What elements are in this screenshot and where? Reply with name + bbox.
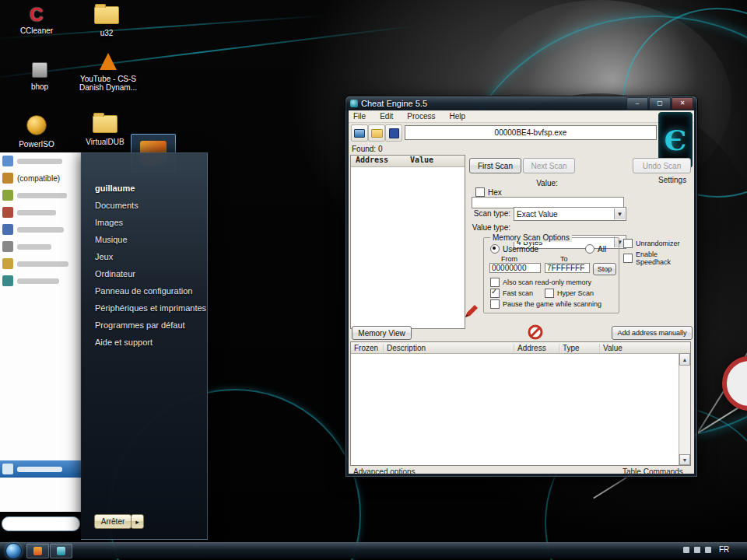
program-icon: [2, 224, 13, 235]
desktop-icon-ccleaner[interactable]: C CCleaner: [8, 5, 65, 35]
usermode-radio[interactable]: [490, 244, 500, 254]
hyper-scan-checkbox[interactable]: [545, 289, 554, 298]
pause-game-checkbox[interactable]: [490, 299, 500, 309]
to-address-input[interactable]: [545, 263, 590, 273]
tray-icon[interactable]: [683, 547, 689, 553]
fast-scan-checkbox-row[interactable]: Fast scan: [490, 289, 533, 298]
unrandomizer-checkbox-row[interactable]: Unrandomizer: [623, 239, 680, 248]
edit-pencil-icon[interactable]: [464, 305, 478, 319]
start-menu-item-programmes[interactable]: Programmes par défaut: [81, 317, 207, 334]
start-menu-item-panneau[interactable]: Panneau de configuration: [81, 282, 207, 299]
desktop-icon-bhop[interactable]: bhop: [11, 62, 68, 91]
all-radio[interactable]: [585, 244, 594, 254]
program-list-item[interactable]: (compatible): [0, 170, 81, 187]
scroll-up-arrow[interactable]: ▲: [679, 353, 690, 366]
desktop-icon-virtualdub[interactable]: VirtualDUB: [76, 115, 134, 146]
shutdown-options-arrow[interactable]: [131, 514, 144, 529]
address-column-header[interactable]: Address: [351, 156, 410, 166]
desktop-icon-u32[interactable]: u32: [78, 6, 135, 37]
menu-file[interactable]: File: [353, 112, 366, 121]
memory-view-button[interactable]: Memory View: [352, 326, 412, 340]
tray-icon[interactable]: [694, 547, 700, 553]
type-column-header[interactable]: Type: [559, 344, 600, 352]
start-menu-item-ordinateur[interactable]: Ordinateur: [81, 265, 207, 282]
fast-scan-checkbox[interactable]: [490, 289, 500, 298]
scan-type-dropdown[interactable]: Exact Value: [514, 207, 626, 221]
program-icon: [2, 241, 13, 252]
speedhack-checkbox-row[interactable]: Enable Speedhack: [623, 250, 694, 266]
frozen-column-header[interactable]: Frozen: [351, 344, 384, 352]
title-bar[interactable]: Cheat Engine 5.5 – ▢ ✕: [345, 96, 697, 110]
menu-process[interactable]: Process: [407, 112, 435, 121]
add-address-label: Add address manually: [617, 329, 686, 337]
program-label: (compatible): [17, 174, 60, 183]
start-menu-item-user[interactable]: guillaume: [81, 180, 207, 197]
settings-link[interactable]: Settings: [658, 176, 686, 184]
program-list-item-selected[interactable]: [0, 460, 83, 478]
readonly-checkbox-row[interactable]: Also scan read-only memory: [490, 278, 591, 287]
add-address-manually-button[interactable]: Add address manually: [612, 326, 693, 340]
open-table-button[interactable]: [368, 124, 385, 142]
table-commands-link[interactable]: Table Commands: [622, 467, 683, 476]
menu-edit[interactable]: Edit: [380, 112, 393, 121]
taskbar-app-button[interactable]: [26, 544, 49, 558]
all-radio-row[interactable]: All: [585, 244, 606, 254]
program-icon: [2, 190, 13, 201]
program-list-item[interactable]: [0, 187, 81, 204]
start-menu-item-musique[interactable]: Musique: [81, 231, 207, 248]
from-address-input[interactable]: [489, 263, 541, 273]
program-list-item[interactable]: [0, 204, 81, 221]
menu-help[interactable]: Help: [449, 112, 465, 121]
program-list-item[interactable]: [0, 255, 81, 272]
start-menu-item-images[interactable]: Images: [81, 214, 207, 231]
open-folder-icon: [371, 129, 383, 138]
from-label: From: [501, 255, 517, 263]
desktop-icon-poweriso[interactable]: PowerISO: [8, 115, 65, 149]
start-button[interactable]: [5, 543, 22, 559]
start-menu-item-jeux[interactable]: Jeux: [81, 248, 207, 265]
table-scrollbar[interactable]: ▲ ▼: [679, 353, 690, 465]
scan-type-value: Exact Value: [517, 210, 558, 219]
language-indicator[interactable]: FR: [719, 545, 729, 554]
program-list-item[interactable]: [0, 221, 81, 238]
stop-button[interactable]: Stop: [593, 263, 616, 275]
shutdown-button[interactable]: Arrêter: [94, 514, 132, 529]
speedhack-checkbox[interactable]: [623, 254, 633, 263]
start-menu-item-documents[interactable]: Documents: [81, 197, 207, 214]
start-search-input[interactable]: [9, 520, 74, 531]
minimize-button[interactable]: –: [626, 97, 648, 110]
save-table-button[interactable]: [385, 124, 402, 142]
pause-game-checkbox-row[interactable]: Pause the game while scanning: [490, 299, 601, 309]
select-process-button[interactable]: [351, 124, 368, 142]
start-menu-item-peripheriques[interactable]: Périphériques et imprimantes: [81, 299, 207, 317]
program-list-item[interactable]: [0, 272, 81, 289]
start-menu-item-aide[interactable]: Aide et support: [81, 334, 207, 351]
cheat-engine-logo-glyph: Є: [665, 124, 687, 156]
start-search-box[interactable]: [2, 516, 80, 531]
hex-checkbox[interactable]: [475, 187, 485, 197]
taskbar-app-button[interactable]: [50, 544, 72, 558]
scan-results-header: Address Value: [351, 156, 465, 167]
scroll-down-arrow[interactable]: ▼: [679, 454, 690, 465]
program-list-item[interactable]: [0, 238, 81, 255]
close-button[interactable]: ✕: [672, 97, 693, 110]
program-list-item[interactable]: [0, 152, 81, 170]
desktop-icon-label: VirtualDUB: [76, 138, 134, 146]
address-column-header[interactable]: Address: [514, 344, 559, 352]
tray-icon[interactable]: [705, 547, 711, 553]
hex-checkbox-row[interactable]: Hex: [475, 187, 502, 197]
desktop-icon-youtube-css[interactable]: YouTube - CS-S Danish Dynam...: [75, 53, 142, 92]
usermode-radio-row[interactable]: Usermode: [490, 244, 538, 254]
description-column-header[interactable]: Description: [384, 344, 514, 352]
scan-results-list[interactable]: Address Value: [350, 155, 465, 329]
maximize-button[interactable]: ▢: [649, 97, 671, 110]
readonly-memory-checkbox[interactable]: [490, 278, 500, 287]
value-column-header[interactable]: Value: [410, 156, 433, 166]
unrandomizer-checkbox[interactable]: [623, 239, 633, 248]
hyper-scan-checkbox-row[interactable]: Hyper Scan: [545, 289, 594, 298]
cheat-table[interactable]: Frozen Description Address Type Value ▲ …: [350, 341, 691, 466]
fast-scan-label: Fast scan: [503, 289, 533, 297]
value-column-header[interactable]: Value: [600, 344, 662, 352]
first-scan-button[interactable]: First Scan: [469, 158, 521, 173]
advanced-options-link[interactable]: Advanced options: [353, 467, 416, 476]
